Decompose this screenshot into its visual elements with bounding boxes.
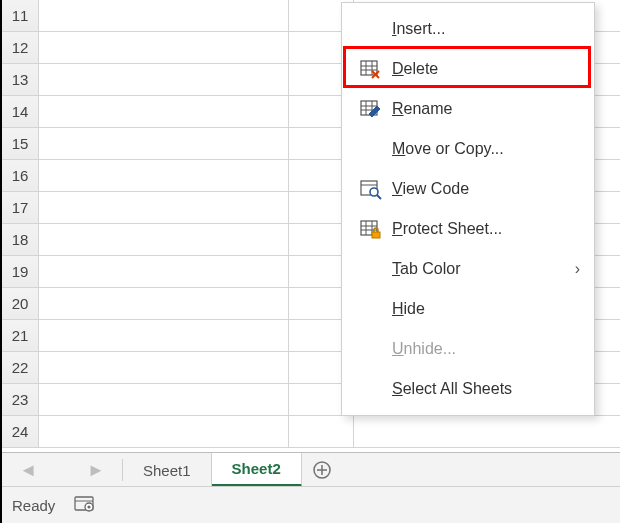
row-header[interactable]: 17 — [2, 192, 39, 224]
row-header[interactable]: 24 — [2, 416, 39, 448]
status-text: Ready — [12, 497, 55, 514]
sheet-tab-sheet2[interactable]: Sheet2 — [212, 453, 302, 487]
svg-point-21 — [370, 188, 378, 196]
sheet-tab-sheet1[interactable]: Sheet1 — [123, 453, 212, 487]
svg-line-22 — [377, 195, 381, 199]
table-rename-icon — [360, 99, 380, 119]
svg-point-6 — [88, 505, 91, 508]
cell[interactable] — [39, 0, 289, 32]
plus-circle-icon — [312, 460, 332, 480]
menu-item-label: Unhide... — [386, 340, 580, 358]
row-header[interactable]: 12 — [2, 32, 39, 64]
menu-item-move-copy[interactable]: Move or Copy... — [342, 129, 594, 169]
cell[interactable] — [39, 352, 289, 384]
menu-item-hide[interactable]: Hide — [342, 289, 594, 329]
menu-item-delete[interactable]: Delete — [342, 49, 594, 89]
row-header[interactable]: 19 — [2, 256, 39, 288]
cell[interactable] — [39, 256, 289, 288]
row-header[interactable]: 23 — [2, 384, 39, 416]
row-header[interactable]: 20 — [2, 288, 39, 320]
sheet-nav-prev[interactable]: ◄ — [19, 460, 37, 481]
cell[interactable] — [39, 288, 289, 320]
row-header[interactable]: 16 — [2, 160, 39, 192]
cell[interactable] — [39, 64, 289, 96]
submenu-arrow-icon: › — [575, 260, 580, 278]
cell[interactable] — [354, 416, 620, 448]
sheet-tab-bar: ◄ ► Sheet1Sheet2 — [2, 452, 620, 487]
menu-item-label: Hide — [386, 300, 580, 318]
protect-sheet-icon — [360, 219, 380, 239]
viewcode-icon — [354, 179, 386, 199]
cell[interactable] — [39, 384, 289, 416]
menu-item-select-all[interactable]: Select All Sheets — [342, 369, 594, 409]
row-header[interactable]: 22 — [2, 352, 39, 384]
row-header[interactable]: 21 — [2, 320, 39, 352]
cell[interactable] — [39, 224, 289, 256]
menu-item-tab-color[interactable]: Tab Color› — [342, 249, 594, 289]
sheet-context-menu: Insert...DeleteRenameMove or Copy...View… — [341, 2, 595, 416]
macro-record-icon[interactable] — [75, 496, 95, 515]
grid-row: 24 — [2, 416, 620, 448]
row-header[interactable]: 15 — [2, 128, 39, 160]
sheet-nav-next[interactable]: ► — [87, 460, 105, 481]
cell[interactable] — [39, 96, 289, 128]
menu-item-label: Protect Sheet... — [386, 220, 580, 238]
menu-item-label: Rename — [386, 100, 580, 118]
status-bar: Ready — [2, 486, 620, 523]
cell[interactable] — [289, 416, 355, 448]
row-header[interactable]: 11 — [2, 0, 39, 32]
menu-item-label: Tab Color — [386, 260, 575, 278]
new-sheet-button[interactable] — [302, 453, 342, 487]
menu-item-label: Move or Copy... — [386, 140, 580, 158]
cell[interactable] — [39, 320, 289, 352]
row-header[interactable]: 14 — [2, 96, 39, 128]
table-delete-icon — [360, 59, 380, 79]
menu-item-label: Insert... — [386, 20, 580, 38]
menu-item-label: Delete — [386, 60, 580, 78]
row-header[interactable]: 18 — [2, 224, 39, 256]
cell[interactable] — [39, 160, 289, 192]
view-code-icon — [360, 179, 380, 199]
menu-item-insert[interactable]: Insert... — [342, 9, 594, 49]
menu-item-view-code[interactable]: View Code — [342, 169, 594, 209]
menu-item-unhide: Unhide... — [342, 329, 594, 369]
cell[interactable] — [39, 32, 289, 64]
protect-icon — [354, 219, 386, 239]
workspace: 1112131415161718192021222324 ◄ ► Sheet1S… — [0, 0, 620, 523]
menu-item-label: Select All Sheets — [386, 380, 580, 398]
rename-icon — [354, 99, 386, 119]
cell[interactable] — [39, 128, 289, 160]
cell[interactable] — [39, 192, 289, 224]
sheet-nav-group: ◄ ► — [2, 453, 122, 487]
menu-item-protect[interactable]: Protect Sheet... — [342, 209, 594, 249]
menu-item-rename[interactable]: Rename — [342, 89, 594, 129]
svg-rect-28 — [372, 232, 380, 238]
cell[interactable] — [39, 416, 289, 448]
row-header[interactable]: 13 — [2, 64, 39, 96]
delete-icon — [354, 59, 386, 79]
menu-item-label: View Code — [386, 180, 580, 198]
